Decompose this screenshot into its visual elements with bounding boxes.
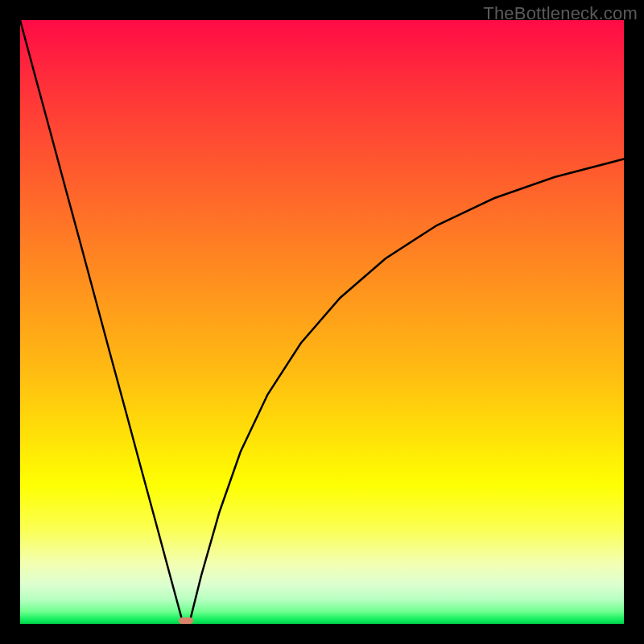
watermark-text: TheBottleneck.com xyxy=(483,3,638,24)
bottleneck-chart: TheBottleneck.com xyxy=(0,0,644,644)
right-branch-path xyxy=(189,159,624,625)
left-branch-path xyxy=(20,20,184,624)
curve-layer xyxy=(20,20,624,624)
minimum-marker xyxy=(179,617,193,624)
plot-area xyxy=(20,20,624,624)
